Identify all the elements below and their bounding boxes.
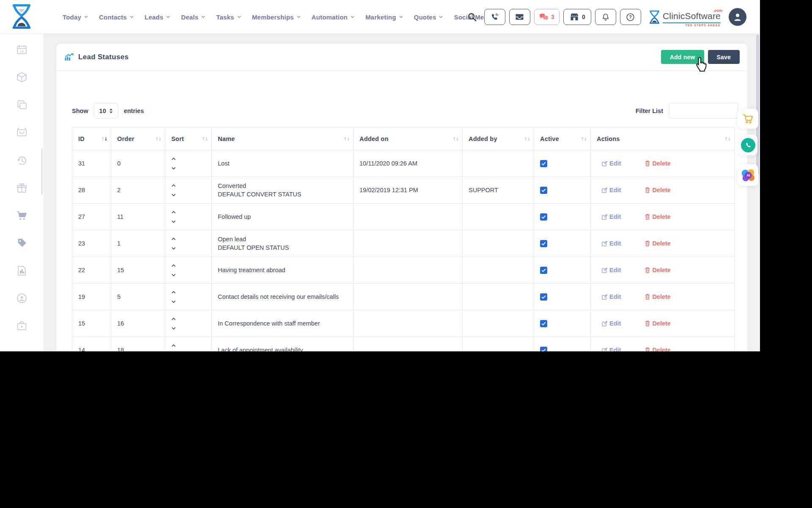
active-checkbox[interactable] — [540, 320, 547, 327]
nav-item-memberships[interactable]: Memberships — [252, 14, 301, 21]
chat-icon — [539, 13, 549, 21]
calendar-icon[interactable]: 12 — [16, 44, 27, 55]
cart-icon[interactable] — [16, 210, 27, 221]
edit-button[interactable]: Edit — [602, 160, 621, 167]
edit-button[interactable]: Edit — [602, 347, 621, 351]
trash-icon — [645, 160, 650, 166]
save-button[interactable]: Save — [708, 50, 740, 64]
nav-item-tasks[interactable]: Tasks — [216, 14, 241, 21]
column-header-actions[interactable]: Actions↑↓ — [591, 127, 735, 150]
active-checkbox[interactable] — [540, 160, 547, 167]
move-up-button[interactable] — [171, 264, 176, 267]
case-icon[interactable] — [16, 320, 27, 331]
move-up-button[interactable] — [171, 237, 176, 240]
sidebar-scrollbar[interactable] — [41, 148, 43, 195]
delete-button[interactable]: Delete — [645, 160, 671, 167]
delete-button[interactable]: Delete — [645, 320, 671, 327]
active-checkbox[interactable] — [540, 347, 547, 352]
clinicsoftware-brand[interactable]: ClinicSoftware.comTEN STEPS AHEAD — [649, 10, 721, 24]
delete-button[interactable]: Delete — [645, 213, 671, 220]
add-new-button[interactable]: Add new — [661, 50, 704, 64]
active-checkbox[interactable] — [540, 267, 547, 274]
row-order: 18 — [117, 347, 124, 351]
notifications-button[interactable] — [595, 9, 616, 25]
brand-tld: .com — [713, 8, 722, 13]
edit-button[interactable]: Edit — [602, 213, 621, 220]
floating-cart-button[interactable] — [738, 109, 758, 129]
page-scrollbar[interactable] — [755, 34, 760, 351]
nav-item-marketing[interactable]: Marketing — [365, 14, 403, 21]
ai-icon: AI — [740, 167, 756, 183]
column-header-id[interactable]: ID↑↓ — [72, 127, 111, 150]
active-checkbox[interactable] — [540, 240, 547, 247]
nav-label: Tasks — [216, 14, 234, 21]
column-header-added-by[interactable]: Added by↑↓ — [463, 127, 534, 150]
floating-ai-button[interactable]: AI — [738, 164, 758, 186]
move-up-button[interactable] — [171, 157, 176, 160]
status-name: Lack of appointment availability — [218, 347, 348, 351]
gift-icon[interactable] — [16, 182, 27, 194]
nav-item-today[interactable]: Today — [63, 14, 88, 21]
row-added-by: SUPPORT — [469, 187, 498, 193]
phone-button[interactable] — [484, 9, 505, 25]
clinicsoftware-logo-icon[interactable] — [12, 4, 31, 31]
move-down-button[interactable] — [171, 300, 176, 303]
edit-icon — [602, 188, 607, 193]
basket-icon[interactable] — [16, 127, 27, 138]
delete-button[interactable]: Delete — [645, 267, 671, 273]
delete-button[interactable]: Delete — [645, 347, 671, 351]
edit-button[interactable]: Edit — [602, 320, 621, 327]
move-up-button[interactable] — [171, 184, 176, 187]
move-down-button[interactable] — [171, 193, 176, 196]
column-header-name[interactable]: Name↑↓ — [212, 127, 354, 150]
active-checkbox[interactable] — [540, 293, 547, 301]
sort-icon: ↑↓ — [343, 136, 349, 141]
move-up-button[interactable] — [171, 344, 176, 347]
contact-badge-icon[interactable] — [16, 293, 27, 304]
move-up-button[interactable] — [171, 291, 176, 294]
package-icon[interactable] — [16, 72, 27, 83]
active-checkbox[interactable] — [540, 187, 547, 194]
table-row: 15 16 In Correspondence with staff membe… — [72, 310, 735, 337]
copy-icon[interactable] — [16, 99, 27, 110]
row-added-on: 19/02/2019 12:31 PM — [359, 187, 418, 193]
column-header-active[interactable]: Active↑↓ — [534, 127, 591, 150]
inbox-button[interactable] — [509, 9, 530, 25]
move-down-button[interactable] — [171, 167, 176, 170]
help-button[interactable]: ? — [620, 9, 641, 25]
inbox-icon — [515, 13, 524, 21]
nav-item-deals[interactable]: Deals — [181, 14, 205, 21]
nav-item-contacts[interactable]: Contacts — [99, 14, 134, 21]
edit-button[interactable]: Edit — [602, 267, 621, 273]
column-header-sort[interactable]: Sort↑↓ — [165, 127, 212, 150]
column-header-added-on[interactable]: Added on↑↓ — [354, 127, 463, 150]
delete-button[interactable]: Delete — [645, 187, 671, 193]
move-down-button[interactable] — [171, 247, 176, 250]
edit-button[interactable]: Edit — [602, 240, 621, 247]
nav-item-automation[interactable]: Automation — [312, 14, 354, 21]
move-down-button[interactable] — [171, 273, 176, 276]
chat-button[interactable]: 3 — [534, 9, 560, 25]
tag-icon[interactable] — [16, 237, 27, 249]
move-up-button[interactable] — [171, 318, 176, 320]
nav-item-leads[interactable]: Leads — [145, 14, 170, 21]
floating-whatsapp-button[interactable] — [738, 135, 757, 155]
edit-button[interactable]: Edit — [602, 293, 621, 300]
edit-button[interactable]: Edit — [602, 187, 621, 193]
move-down-button[interactable] — [171, 220, 176, 223]
nav-item-quotes[interactable]: Quotes — [414, 14, 443, 21]
history-icon[interactable] — [16, 155, 27, 166]
entries-select[interactable]: 10 — [94, 103, 118, 119]
search-icon[interactable] — [467, 12, 477, 22]
column-header-order[interactable]: Order↑↓ — [111, 127, 165, 150]
row-id: 28 — [78, 187, 85, 193]
active-checkbox[interactable] — [540, 213, 547, 221]
report-icon[interactable] — [16, 265, 27, 276]
move-down-button[interactable] — [171, 327, 176, 330]
store-button[interactable]: 0 — [563, 9, 591, 25]
filter-input[interactable] — [669, 103, 738, 119]
delete-button[interactable]: Delete — [645, 293, 671, 300]
user-avatar[interactable] — [729, 8, 746, 26]
move-up-button[interactable] — [171, 211, 176, 214]
delete-button[interactable]: Delete — [645, 240, 671, 247]
